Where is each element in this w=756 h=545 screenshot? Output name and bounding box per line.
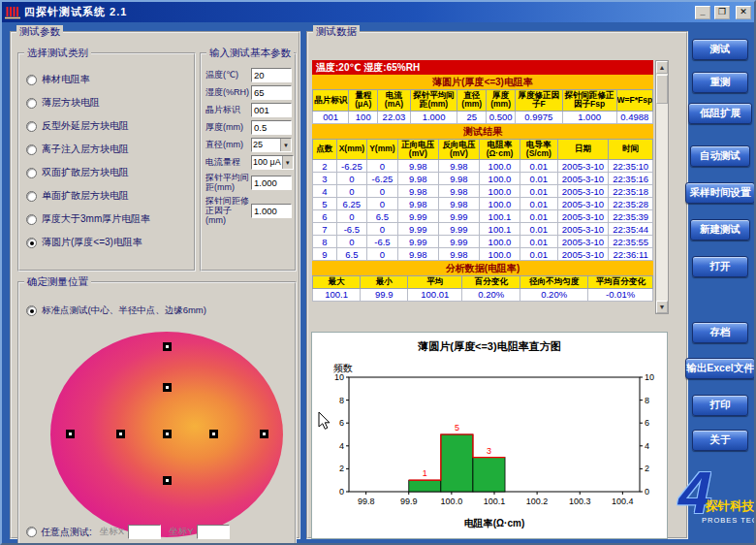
retest-button[interactable]: 重测	[692, 72, 748, 93]
test-type-option[interactable]: 离子注入层方块电阻	[26, 138, 190, 161]
param-input[interactable]: 65	[251, 85, 292, 100]
scroll-down-icon[interactable]: ▼	[656, 301, 668, 313]
table-row[interactable]: 56.2509.989.98100.00.012005-3-1022:35:28	[313, 198, 653, 210]
open-button[interactable]: 打开	[692, 256, 748, 277]
close-button[interactable]: ✕	[736, 6, 751, 19]
column-header: Y(mm)	[367, 139, 398, 160]
low-resistance-expand-button[interactable]: 低阻扩展	[688, 103, 752, 124]
radio-icon[interactable]	[26, 98, 37, 109]
table-row[interactable]: 4009.989.98100.00.012005-3-1022:35:18	[313, 185, 653, 198]
param-input[interactable]: 001	[251, 103, 292, 117]
test-type-label: 反型外延层方块电阻	[42, 120, 129, 132]
param-select[interactable]: 25▼	[251, 138, 292, 152]
test-type-option[interactable]: 薄圆片(厚度<=3)电阻率	[26, 231, 190, 254]
radio-icon[interactable]	[26, 214, 37, 225]
table-scrollbar[interactable]: ▲ ▼	[655, 60, 669, 314]
print-button[interactable]: 打印	[692, 395, 748, 416]
param-select[interactable]: 100 μA▼	[251, 155, 294, 170]
table-cell: 0	[367, 185, 398, 198]
coord-x-input[interactable]	[128, 525, 161, 539]
table-cell: 22:36:11	[609, 248, 653, 261]
test-type-option[interactable]: 棒材电阻率	[26, 68, 190, 91]
param-input[interactable]: 1.000	[251, 204, 292, 218]
table-row[interactable]: 80-6.59.999.99100.00.012005-3-1022:35:55	[313, 236, 653, 248]
test-type-list: 棒材电阻率薄层方块电阻反型外延层方块电阻离子注入层方块电阻双面扩散层方块电阻单面…	[19, 60, 194, 254]
radio-icon[interactable]	[26, 168, 37, 178]
test-button[interactable]: 测试	[692, 39, 748, 60]
table-cell: 2005-3-10	[557, 223, 609, 236]
measure-position-group-title: 确定测量位置	[24, 275, 91, 289]
measure-position-group: 确定测量位置 标准点测试(中心、半径中点、边缘6mm) 任意点测试: 坐标X 坐…	[17, 275, 297, 545]
table-cell: 2005-3-10	[557, 173, 609, 185]
test-type-option[interactable]: 厚度大于3mm厚片电阻率	[26, 208, 190, 231]
radio-icon[interactable]	[26, 191, 37, 202]
x-tick-label: 99.9	[400, 497, 418, 506]
dropdown-arrow-icon[interactable]: ▼	[280, 139, 291, 151]
table-row[interactable]: 30-6.259.989.98100.00.012005-3-1022:35:1…	[313, 173, 653, 185]
measure-point-marker	[163, 342, 172, 351]
table-cell: 22:35:39	[609, 210, 653, 223]
scroll-track[interactable]	[656, 104, 668, 301]
coord-y-input[interactable]	[197, 525, 230, 539]
dropdown-arrow-icon[interactable]: ▼	[282, 156, 293, 169]
table-cell: 6.25	[336, 198, 367, 210]
param-input[interactable]: 0.5	[251, 120, 292, 135]
table-row[interactable]: 2-6.2509.989.98100.00.012005-3-1022:35:1…	[313, 160, 653, 173]
param-label: 湿度(%RH)	[205, 87, 251, 97]
test-type-label: 双面扩散层方块电阻	[42, 167, 129, 178]
table-row[interactable]: 100.199.9100.010.20%0.20%-0.01%	[313, 288, 653, 301]
table-cell: 9	[313, 248, 337, 261]
minimize-button[interactable]: _	[695, 6, 710, 19]
maximize-button[interactable]: ❐	[714, 6, 730, 19]
table-cell: 100	[349, 111, 378, 123]
scroll-up-icon[interactable]: ▲	[656, 61, 668, 74]
archive-button[interactable]: 存档	[692, 322, 748, 343]
table-cell: 100.0	[479, 248, 520, 261]
about-button[interactable]: 关于	[692, 430, 748, 451]
test-type-option[interactable]: 薄层方块电阻	[26, 91, 190, 114]
param-input[interactable]: 1.000	[251, 176, 292, 190]
sampling-time-settings-button[interactable]: 采样时间设置	[685, 182, 755, 204]
table-cell: 0.01	[520, 185, 558, 198]
table-row[interactable]: 7-6.509.999.99100.10.012005-3-1022:35:44	[313, 223, 653, 236]
param-label: 探针间距修正因子(mm)	[205, 196, 251, 226]
scroll-thumb[interactable]	[656, 75, 668, 104]
standard-point-option[interactable]: 标准点测试(中心、半径中点、边缘6mm)	[26, 299, 206, 322]
column-header: 平均百分变化	[588, 276, 653, 288]
table-cell: 2005-3-10	[557, 210, 609, 223]
param-input[interactable]: 20	[251, 68, 292, 82]
radio-icon[interactable]	[26, 527, 37, 537]
radio-icon[interactable]	[26, 305, 37, 316]
x-tick-label: 100.1	[484, 497, 506, 506]
test-type-option[interactable]: 反型外延层方块电阻	[26, 114, 190, 138]
radio-icon[interactable]	[26, 144, 37, 155]
x-tick-label: 100.2	[526, 497, 549, 506]
radio-icon[interactable]	[26, 75, 37, 85]
y-tick-label: 4	[645, 441, 649, 451]
auto-test-button[interactable]: 自动测试	[690, 145, 750, 167]
table-cell: 1.000	[410, 111, 457, 123]
radio-icon[interactable]	[26, 238, 37, 248]
test-type-option[interactable]: 单面扩散层方块电阻	[26, 184, 190, 208]
radio-icon[interactable]	[26, 121, 37, 132]
test-type-label: 薄层方块电阻	[42, 97, 100, 109]
measure-point-marker	[163, 383, 172, 392]
export-excel-button[interactable]: 输出Excel文件	[685, 358, 755, 379]
table-cell: 22:35:16	[609, 173, 653, 185]
table-cell: -0.01%	[588, 288, 653, 301]
new-test-button[interactable]: 新建测试	[690, 219, 750, 240]
table-cell: 99.9	[361, 288, 408, 301]
table-cell: 22.03	[378, 111, 411, 123]
table-row[interactable]: 96.509.989.98100.00.012005-3-1022:36:11	[313, 248, 653, 261]
table-cell: 100.0	[479, 198, 520, 210]
table-cell: 7	[313, 223, 337, 236]
column-header: 电导率(S/cm)	[520, 139, 558, 160]
column-header: X(mm)	[336, 139, 367, 160]
table-row[interactable]: 00110022.031.000250.5000.99751.0000.4988	[313, 111, 653, 123]
histogram-bar	[473, 458, 505, 492]
param-field: 电流量程100 μA▼	[205, 155, 292, 170]
analysis-table: 最大最小平均百分变化径向不均匀度平均百分变化100.199.9100.010.2…	[312, 275, 653, 301]
test-type-option[interactable]: 双面扩散层方块电阻	[26, 161, 190, 184]
table-row[interactable]: 606.59.999.99100.10.012005-3-1022:35:39	[313, 210, 653, 223]
param-label: 直径(mm)	[205, 140, 251, 149]
